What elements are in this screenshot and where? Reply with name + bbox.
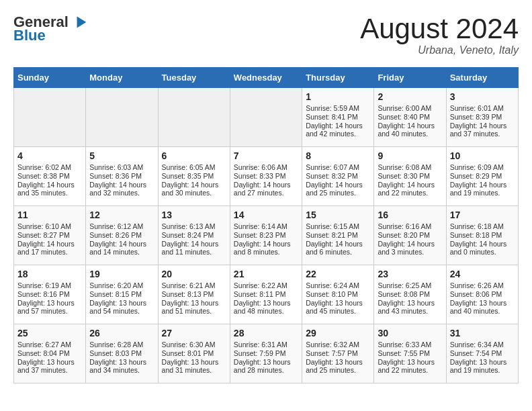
sunset-text: Sunset: 8:24 PM xyxy=(162,231,226,239)
sunrise-text: Sunrise: 6:33 AM xyxy=(378,340,442,349)
sunrise-text: Sunrise: 6:18 AM xyxy=(450,222,515,230)
calendar-cell: 18 Sunrise: 6:19 AM Sunset: 8:16 PM Dayl… xyxy=(14,265,86,324)
sunset-text: Sunset: 8:11 PM xyxy=(234,290,298,298)
sunset-text: Sunset: 8:15 PM xyxy=(89,290,154,298)
sunrise-text: Sunrise: 6:03 AM xyxy=(89,163,154,171)
sunrise-text: Sunrise: 6:34 AM xyxy=(450,340,515,349)
svg-marker-0 xyxy=(77,16,87,28)
daylight-text: Daylight: 14 hours and 6 minutes. xyxy=(306,240,370,256)
day-header-sunday: Sunday xyxy=(14,68,86,88)
daylight-text: Daylight: 14 hours and 11 minutes. xyxy=(162,240,226,256)
day-number: 6 xyxy=(162,150,226,161)
daylight-text: Daylight: 13 hours and 57 minutes. xyxy=(17,299,82,315)
sunrise-text: Sunrise: 6:32 AM xyxy=(306,340,370,349)
calendar-header-row: SundayMondayTuesdayWednesdayThursdayFrid… xyxy=(14,68,519,88)
sunset-text: Sunset: 8:08 PM xyxy=(378,290,442,298)
calendar-week-3: 11 Sunrise: 6:10 AM Sunset: 8:27 PM Dayl… xyxy=(14,206,519,265)
sunrise-text: Sunrise: 6:26 AM xyxy=(450,281,515,289)
location-subtitle: Urbana, Veneto, Italy xyxy=(360,44,519,56)
calendar-cell: 24 Sunrise: 6:26 AM Sunset: 8:06 PM Dayl… xyxy=(446,265,518,324)
sunset-text: Sunset: 8:23 PM xyxy=(234,231,298,239)
calendar-cell: 30 Sunrise: 6:33 AM Sunset: 7:55 PM Dayl… xyxy=(374,324,446,383)
calendar-week-2: 4 Sunrise: 6:02 AM Sunset: 8:38 PM Dayli… xyxy=(14,147,519,206)
daylight-text: Daylight: 13 hours and 22 minutes. xyxy=(378,358,442,374)
sunrise-text: Sunrise: 6:09 AM xyxy=(450,163,515,171)
daylight-text: Daylight: 13 hours and 48 minutes. xyxy=(234,299,298,315)
calendar-week-5: 25 Sunrise: 6:27 AM Sunset: 8:04 PM Dayl… xyxy=(14,324,519,383)
sunset-text: Sunset: 8:16 PM xyxy=(17,290,82,298)
daylight-text: Daylight: 13 hours and 34 minutes. xyxy=(89,358,154,374)
calendar-cell: 29 Sunrise: 6:32 AM Sunset: 7:57 PM Dayl… xyxy=(302,324,374,383)
sunset-text: Sunset: 8:26 PM xyxy=(89,231,154,239)
sunrise-text: Sunrise: 6:16 AM xyxy=(378,222,442,230)
sunset-text: Sunset: 7:54 PM xyxy=(450,349,515,357)
day-number: 11 xyxy=(17,210,82,220)
daylight-text: Daylight: 14 hours and 42 minutes. xyxy=(306,122,370,138)
calendar-cell: 23 Sunrise: 6:25 AM Sunset: 8:08 PM Dayl… xyxy=(374,265,446,324)
daylight-text: Daylight: 13 hours and 25 minutes. xyxy=(306,358,370,374)
day-header-tuesday: Tuesday xyxy=(158,68,230,88)
calendar-cell: 17 Sunrise: 6:18 AM Sunset: 8:18 PM Dayl… xyxy=(446,206,518,265)
month-year-title: August 2024 xyxy=(360,13,519,44)
calendar-week-1: 1 Sunrise: 5:59 AM Sunset: 8:41 PM Dayli… xyxy=(14,88,519,147)
calendar-cell xyxy=(230,88,302,147)
sunset-text: Sunset: 8:04 PM xyxy=(17,349,82,357)
day-number: 7 xyxy=(234,150,298,161)
calendar-cell: 31 Sunrise: 6:34 AM Sunset: 7:54 PM Dayl… xyxy=(446,324,518,383)
calendar-cell: 27 Sunrise: 6:30 AM Sunset: 8:01 PM Dayl… xyxy=(158,324,230,383)
sunrise-text: Sunrise: 6:08 AM xyxy=(378,163,442,171)
calendar-cell xyxy=(14,88,86,147)
sunset-text: Sunset: 8:20 PM xyxy=(378,231,442,239)
sunset-text: Sunset: 7:55 PM xyxy=(378,349,442,357)
day-number: 16 xyxy=(378,210,442,220)
sunrise-text: Sunrise: 5:59 AM xyxy=(306,104,370,112)
calendar-cell: 1 Sunrise: 5:59 AM Sunset: 8:41 PM Dayli… xyxy=(302,88,374,147)
day-number: 9 xyxy=(378,150,442,161)
sunset-text: Sunset: 8:13 PM xyxy=(162,290,226,298)
daylight-text: Daylight: 13 hours and 45 minutes. xyxy=(306,299,370,315)
calendar-cell: 5 Sunrise: 6:03 AM Sunset: 8:36 PM Dayli… xyxy=(86,147,158,206)
day-header-friday: Friday xyxy=(374,68,446,88)
sunrise-text: Sunrise: 6:28 AM xyxy=(89,340,154,349)
daylight-text: Daylight: 14 hours and 19 minutes. xyxy=(450,181,515,197)
calendar-cell: 7 Sunrise: 6:06 AM Sunset: 8:33 PM Dayli… xyxy=(230,147,302,206)
calendar-cell: 15 Sunrise: 6:15 AM Sunset: 8:21 PM Dayl… xyxy=(302,206,374,265)
daylight-text: Daylight: 14 hours and 40 minutes. xyxy=(378,122,442,138)
calendar-cell: 21 Sunrise: 6:22 AM Sunset: 8:11 PM Dayl… xyxy=(230,265,302,324)
daylight-text: Daylight: 14 hours and 37 minutes. xyxy=(450,122,515,138)
day-number: 2 xyxy=(378,91,442,102)
day-number: 18 xyxy=(17,269,82,279)
sunrise-text: Sunrise: 6:22 AM xyxy=(234,281,298,289)
sunrise-text: Sunrise: 6:31 AM xyxy=(234,340,298,349)
calendar-cell: 16 Sunrise: 6:16 AM Sunset: 8:20 PM Dayl… xyxy=(374,206,446,265)
sunset-text: Sunset: 8:35 PM xyxy=(162,172,226,180)
sunrise-text: Sunrise: 6:01 AM xyxy=(450,104,515,112)
sunrise-text: Sunrise: 6:14 AM xyxy=(234,222,298,230)
sunset-text: Sunset: 8:10 PM xyxy=(306,290,370,298)
day-number: 27 xyxy=(162,328,226,338)
calendar-cell: 11 Sunrise: 6:10 AM Sunset: 8:27 PM Dayl… xyxy=(14,206,86,265)
sunset-text: Sunset: 8:36 PM xyxy=(89,172,154,180)
day-number: 25 xyxy=(17,328,82,338)
day-number: 14 xyxy=(234,210,298,220)
daylight-text: Daylight: 14 hours and 35 minutes. xyxy=(17,181,82,197)
daylight-text: Daylight: 14 hours and 27 minutes. xyxy=(234,181,298,197)
daylight-text: Daylight: 13 hours and 28 minutes. xyxy=(234,358,298,374)
sunrise-text: Sunrise: 6:06 AM xyxy=(234,163,298,171)
calendar-cell: 8 Sunrise: 6:07 AM Sunset: 8:32 PM Dayli… xyxy=(302,147,374,206)
sunrise-text: Sunrise: 6:27 AM xyxy=(17,340,82,349)
daylight-text: Daylight: 14 hours and 17 minutes. xyxy=(17,240,82,256)
day-number: 17 xyxy=(450,210,515,220)
sunrise-text: Sunrise: 6:00 AM xyxy=(378,104,442,112)
sunset-text: Sunset: 8:27 PM xyxy=(17,231,82,239)
calendar-cell: 10 Sunrise: 6:09 AM Sunset: 8:29 PM Dayl… xyxy=(446,147,518,206)
day-header-monday: Monday xyxy=(86,68,158,88)
day-number: 5 xyxy=(89,150,154,161)
calendar-cell: 12 Sunrise: 6:12 AM Sunset: 8:26 PM Dayl… xyxy=(86,206,158,265)
calendar-cell: 13 Sunrise: 6:13 AM Sunset: 8:24 PM Dayl… xyxy=(158,206,230,265)
page-header: General Blue August 2024 Urbana, Veneto,… xyxy=(13,13,519,56)
daylight-text: Daylight: 14 hours and 22 minutes. xyxy=(378,181,442,197)
title-block: August 2024 Urbana, Veneto, Italy xyxy=(360,13,519,56)
day-number: 30 xyxy=(378,328,442,338)
sunrise-text: Sunrise: 6:02 AM xyxy=(17,163,82,171)
